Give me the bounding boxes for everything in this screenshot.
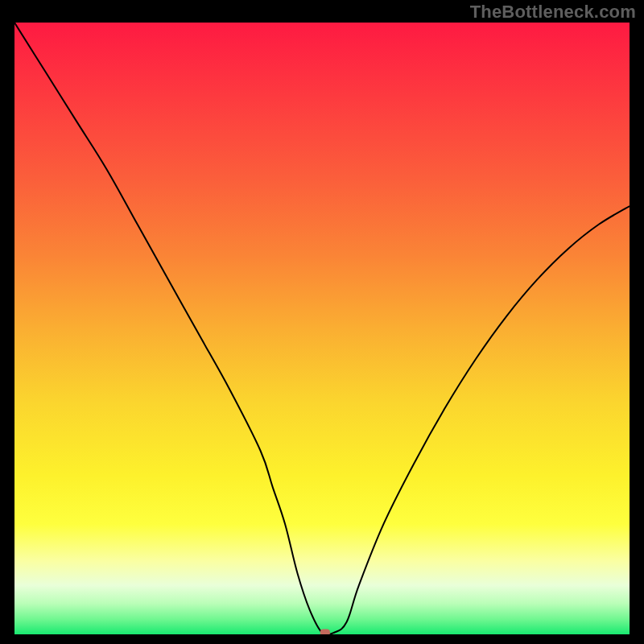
optimal-marker [320, 630, 330, 634]
chart-frame: TheBottleneck.com [0, 0, 644, 644]
chart-background [14, 23, 630, 634]
chart-svg [14, 23, 630, 634]
plot-area [14, 23, 630, 634]
watermark-text: TheBottleneck.com [470, 2, 636, 23]
